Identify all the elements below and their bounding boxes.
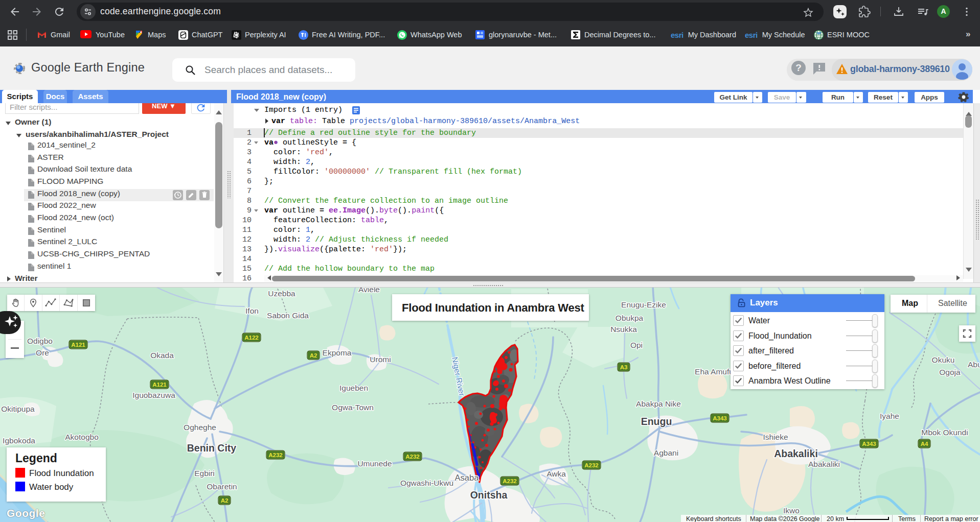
svg-text:A2: A2 [221,497,229,504]
svg-text:Opi: Opi [630,341,643,349]
svg-text:Iguobazuwa: Iguobazuwa [132,391,175,399]
svg-text:Abakaliki: Abakaliki [774,448,818,459]
svg-text:A232: A232 [503,478,517,484]
svg-text:A232: A232 [584,462,599,468]
svg-text:Mbok Okundi: Mbok Okundi [921,428,968,437]
svg-text:Ore: Ore [36,348,49,357]
svg-text:Ogoja: Ogoja [939,368,961,376]
svg-text:Sabon Gida: Sabon Gida [267,311,309,320]
svg-text:A343: A343 [713,415,727,421]
svg-text:A343: A343 [862,441,876,447]
svg-text:Uromi: Uromi [370,355,391,364]
svg-text:Abakaliki: Abakaliki [808,460,840,468]
svg-text:Ifon: Ifon [245,306,259,315]
svg-text:Enugu: Enugu [641,416,672,427]
svg-text:Ishieke: Ishieke [763,433,788,441]
svg-text:Igueben: Igueben [339,384,368,392]
svg-text:A4: A4 [921,441,928,447]
svg-text:Abakpa Nike: Abakpa Nike [636,399,681,408]
svg-text:Umunede: Umunede [357,459,392,468]
svg-text:Obukpa: Obukpa [616,314,644,322]
svg-text:Asaba: Asaba [455,473,480,482]
svg-text:Okuku: Okuku [932,355,955,364]
svg-text:Egbiri: Egbiri [194,469,215,478]
svg-text:Okitipupa: Okitipupa [1,405,35,413]
svg-text:A232: A232 [405,454,420,460]
svg-text:Benin City: Benin City [187,442,237,454]
svg-text:Abuo: Abuo [968,360,980,369]
svg-text:Eha Amufu: Eha Amufu [695,367,734,376]
svg-text:Ogwashi-Ukwu: Ogwashi-Ukwu [400,479,453,487]
svg-text:Agbani: Agbani [654,448,678,457]
svg-text:A121: A121 [71,342,85,348]
svg-text:Nsukka: Nsukka [610,325,637,334]
svg-text:Uzebba: Uzebba [268,289,295,298]
svg-text:Ekpoma: Ekpoma [323,348,352,357]
svg-text:Onitsha: Onitsha [470,489,508,501]
svg-text:Ogheghe: Ogheghe [184,423,216,432]
svg-text:Akotogbo: Akotogbo [65,433,99,441]
svg-text:Obaretin: Obaretin [207,482,237,491]
svg-text:Odigbo: Odigbo [27,337,53,345]
svg-text:Igbokoda: Igbokoda [3,436,35,445]
svg-text:Ikwo: Ikwo [783,506,800,515]
svg-text:Awka: Awka [546,469,566,478]
svg-text:A122: A122 [244,335,259,341]
svg-text:A121: A121 [152,382,167,388]
svg-text:Enugu-Ezike: Enugu-Ezike [621,300,666,309]
svg-text:Ogwa-Town: Ogwa-Town [332,403,374,412]
svg-text:A2: A2 [310,352,317,359]
svg-text:A3: A3 [620,364,628,370]
svg-text:A232: A232 [268,452,283,458]
svg-text:Iyahe: Iyahe [880,412,899,420]
svg-text:Okada: Okada [150,351,174,360]
